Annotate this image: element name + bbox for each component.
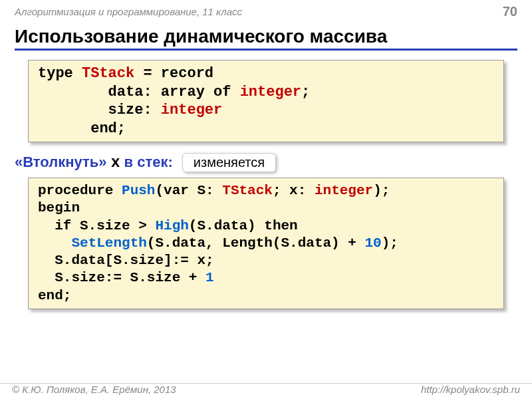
slide-header: Алгоритмизация и программирование, 11 кл… xyxy=(0,0,532,21)
code-block-push-procedure: procedure Push(var S: TStack; x: integer… xyxy=(28,178,504,309)
footer-url: http://kpolyakov.spb.ru xyxy=(421,384,520,395)
course-label: Алгоритмизация и программирование, 11 кл… xyxy=(15,6,242,17)
push-rest: в стек: xyxy=(120,154,172,170)
push-var-x: x xyxy=(111,154,120,172)
footer-authors: © К.Ю. Поляков, Е.А. Ерёмин, 2013 xyxy=(12,384,176,395)
push-label: «Втолкнуть» xyxy=(15,154,111,170)
change-badge: изменяется xyxy=(182,153,276,172)
slide-footer: © К.Ю. Поляков, Е.А. Ерёмин, 2013 http:/… xyxy=(0,383,532,395)
page-number: 70 xyxy=(503,4,517,19)
code-block-type-definition: type TStack = record data: array of inte… xyxy=(28,60,504,142)
push-subheading: «Втолкнуть» x в стек: изменяется xyxy=(15,153,517,172)
slide-title: Использование динамического массива xyxy=(15,26,517,51)
